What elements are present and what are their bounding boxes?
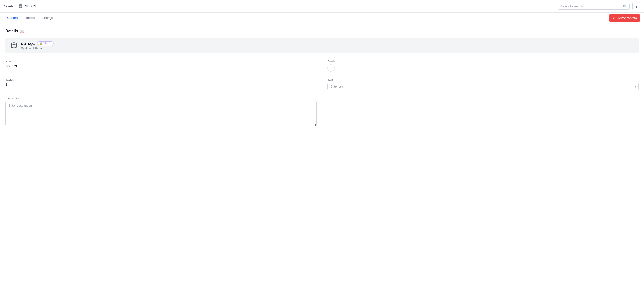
tags-field-group: Tags ▾ [328, 78, 638, 90]
description-field-group: Description [6, 97, 316, 126]
entity-card: DB_SQL 🔒 Virtual System of Record [6, 38, 638, 53]
tab-lineage[interactable]: Lineage [38, 12, 57, 23]
provider-field-group: Provider ··· [328, 60, 638, 72]
trash-icon: 🗑 [612, 16, 616, 20]
entity-name-row: DB_SQL 🔒 Virtual [21, 41, 54, 46]
lock-icon: 🔒 [40, 42, 43, 45]
svg-point-1 [12, 43, 17, 45]
entity-name: DB_SQL [21, 42, 35, 45]
form-grid: Name DB_SQL Provider ··· Tables 1 Tags ▾… [6, 60, 638, 126]
tag-input-wrapper: ▾ [328, 83, 638, 90]
name-label: Name [6, 60, 316, 63]
name-value: DB_SQL [6, 64, 316, 68]
breadcrumb: Assets › DB_SQL [4, 4, 37, 8]
virtual-badge-label: Virtual [44, 42, 51, 45]
tag-input[interactable] [328, 83, 638, 90]
tab-tables[interactable]: Tables [22, 12, 38, 23]
search-box[interactable]: 🔍 [558, 3, 630, 10]
breadcrumb-assets[interactable]: Assets [4, 4, 14, 8]
tables-value: 1 [6, 83, 316, 86]
name-field-group: Name DB_SQL [6, 60, 316, 72]
tables-label: Tables [6, 78, 316, 81]
entity-db-icon [10, 41, 18, 50]
tab-general[interactable]: General [4, 12, 22, 23]
delete-system-button[interactable]: 🗑 Delete system [609, 14, 640, 21]
details-header: Details 📖 [6, 29, 638, 33]
database-icon [18, 4, 22, 8]
description-textarea[interactable] [6, 101, 316, 126]
details-title: Details [6, 29, 18, 33]
breadcrumb-current: DB_SQL [18, 4, 37, 8]
virtual-badge: 🔒 Virtual [37, 41, 54, 46]
provider-dots-button[interactable]: ··· [328, 64, 334, 72]
book-icon: 📖 [20, 29, 24, 33]
main-content: Details 📖 DB_SQL 🔒 Virtual System of Rec… [0, 23, 644, 131]
provider-label: Provider [328, 60, 638, 63]
delete-button-label: Delete system [617, 16, 637, 20]
topbar-right: 🔍 ⋮ [558, 2, 640, 10]
current-page-title: DB_SQL [24, 4, 37, 8]
entity-subtitle: System of Record [21, 46, 54, 50]
description-label: Description [6, 97, 316, 100]
tabs-row: General Tables Lineage 🗑 Delete system [0, 12, 644, 23]
svg-point-0 [19, 4, 22, 5]
breadcrumb-chevron: › [16, 4, 17, 8]
more-options-button[interactable]: ⋮ [632, 2, 640, 10]
entity-info: DB_SQL 🔒 Virtual System of Record [21, 41, 54, 50]
search-input[interactable] [561, 4, 621, 8]
topbar: Assets › DB_SQL 🔍 ⋮ [0, 0, 644, 12]
tabs-container: General Tables Lineage [4, 12, 57, 23]
tables-field-group: Tables 1 [6, 78, 316, 90]
tags-label: Tags [328, 78, 638, 81]
search-icon: 🔍 [623, 4, 627, 8]
